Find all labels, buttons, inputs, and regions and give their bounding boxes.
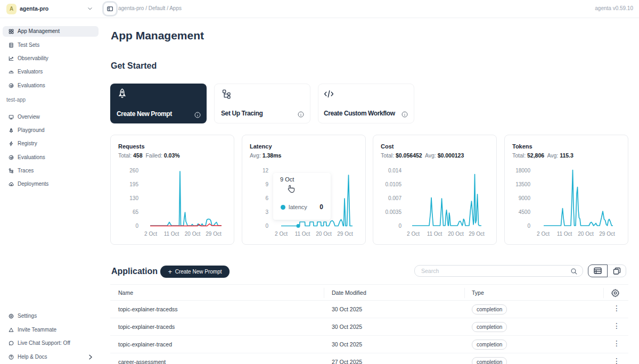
svg-text:29 Oct: 29 Oct (469, 231, 485, 237)
svg-text:4500: 4500 (519, 209, 531, 215)
svg-text:29 Oct: 29 Oct (206, 231, 222, 237)
svg-text:65: 65 (133, 209, 139, 215)
svg-text:0.014: 0.014 (388, 168, 402, 173)
svg-text:18000: 18000 (515, 168, 530, 173)
svg-text:0.007: 0.007 (388, 195, 402, 201)
svg-text:0.0105: 0.0105 (385, 181, 402, 187)
svg-text:6: 6 (265, 195, 268, 201)
svg-text:195: 195 (129, 181, 138, 187)
svg-text:11 Oct: 11 Oct (164, 231, 179, 237)
svg-text:29 Oct: 29 Oct (337, 231, 353, 237)
svg-text:20 Oct: 20 Oct (578, 231, 594, 237)
svg-text:11 Oct: 11 Oct (427, 231, 443, 237)
svg-text:0: 0 (398, 223, 402, 229)
svg-text:0: 0 (135, 223, 138, 229)
svg-text:11 Oct: 11 Oct (295, 231, 310, 237)
svg-text:13500: 13500 (515, 181, 530, 187)
svg-text:0: 0 (265, 223, 268, 229)
svg-text:29 Oct: 29 Oct (599, 231, 615, 237)
svg-text:0.0035: 0.0035 (385, 209, 402, 215)
svg-text:0: 0 (527, 223, 530, 229)
svg-text:20 Oct: 20 Oct (448, 231, 464, 237)
svg-text:9: 9 (265, 181, 268, 187)
svg-text:2 Oct: 2 Oct (537, 231, 550, 237)
svg-text:20 Oct: 20 Oct (185, 231, 201, 237)
svg-text:2 Oct: 2 Oct (407, 231, 420, 237)
svg-text:2 Oct: 2 Oct (275, 231, 288, 237)
svg-text:2 Oct: 2 Oct (144, 231, 157, 237)
svg-text:9000: 9000 (519, 195, 531, 201)
svg-text:11 Oct: 11 Oct (557, 231, 572, 237)
svg-text:260: 260 (129, 168, 138, 173)
svg-text:3: 3 (265, 209, 268, 215)
svg-text:12: 12 (263, 168, 269, 173)
svg-text:130: 130 (129, 195, 138, 201)
svg-text:20 Oct: 20 Oct (316, 231, 332, 237)
